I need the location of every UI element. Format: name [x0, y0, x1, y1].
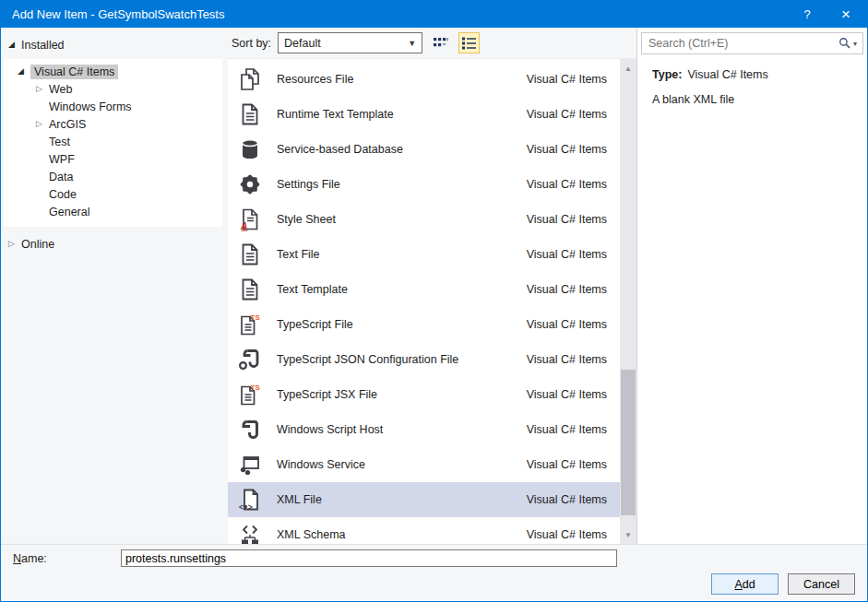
template-item-settings-file[interactable]: Settings FileVisual C# Items	[228, 167, 636, 202]
svg-text:<: <	[239, 502, 244, 512]
template-item-resources-file[interactable]: Resources FileVisual C# Items	[228, 62, 636, 97]
tree-item-windows-forms[interactable]: Windows Forms	[4, 98, 222, 115]
tree-item-code[interactable]: Code	[4, 185, 222, 203]
scroll-up-arrow-icon[interactable]: ▲	[620, 61, 636, 76]
template-item-typescript-jsx-file[interactable]: TSTypeScript JSX FileVisual C# Items	[228, 377, 636, 412]
expander-icon[interactable]: ▷	[36, 120, 49, 128]
tree-item-label: WPF	[49, 153, 75, 166]
search-box[interactable]: ▾	[641, 32, 863, 54]
tree-item-arcgis[interactable]: ▷ArcGIS	[4, 115, 222, 133]
list-view-icon	[461, 36, 478, 51]
list-view-button[interactable]	[458, 32, 480, 53]
style-sheet-icon: A	[238, 207, 262, 231]
tree-item-label: Web	[49, 83, 72, 96]
nav-section-label: Online	[21, 238, 54, 251]
nav-section-online[interactable]: ▷ Online	[1, 235, 222, 253]
tree-item-web[interactable]: ▷Web	[4, 80, 222, 98]
expander-icon[interactable]: ◢	[18, 67, 30, 76]
template-item-style-sheet[interactable]: AStyle SheetVisual C# Items	[228, 202, 636, 237]
type-label: Type:	[652, 68, 682, 81]
template-item-runtime-text-template[interactable]: Runtime Text TemplateVisual C# Items	[228, 97, 636, 132]
sort-by-dropdown[interactable]: Default ▼	[278, 32, 422, 53]
vertical-scrollbar[interactable]: ▲ ▼	[620, 59, 636, 544]
template-name: XML File	[277, 493, 322, 506]
tree-item-label: Windows Forms	[49, 100, 132, 113]
template-category: Visual C# Items	[527, 528, 607, 541]
close-button[interactable]: ×	[825, 1, 867, 28]
typescript-jsx-file-icon: TS	[238, 383, 262, 407]
sort-by-value: Default	[284, 37, 321, 50]
template-category: Visual C# Items	[527, 353, 607, 366]
tree-item-label: General	[49, 206, 89, 218]
template-list: Resources FileVisual C# ItemsRuntime Tex…	[228, 58, 636, 544]
template-name: XML Schema	[277, 528, 346, 541]
template-description: A blank XML file	[652, 92, 852, 108]
template-category: Visual C# Items	[527, 213, 607, 226]
expander-icon[interactable]: ▷	[8, 240, 21, 248]
template-item-service-based-database[interactable]: Service-based DatabaseVisual C# Items	[228, 132, 636, 167]
text-file-icon	[238, 242, 262, 266]
name-label: Name:	[13, 552, 47, 565]
template-category: Visual C# Items	[527, 108, 607, 121]
template-item-typescript-json-configuration-file[interactable]: TypeScript JSON Configuration FileVisual…	[228, 342, 636, 377]
category-nav-panel: ◢ Installed ◢Visual C# Items▷WebWindows …	[1, 28, 222, 544]
template-item-windows-script-host[interactable]: Windows Script HostVisual C# Items	[228, 412, 636, 447]
tree-item-label: Test	[49, 136, 70, 148]
svg-text:TS: TS	[251, 384, 261, 392]
category-tree: ◢Visual C# Items▷WebWindows Forms▷ArcGIS…	[4, 59, 222, 227]
type-value: Visual C# Items	[687, 68, 767, 81]
footer-bar: Name: Add Cancel	[1, 544, 867, 601]
search-icon[interactable]	[838, 37, 851, 50]
template-name: Windows Script Host	[277, 423, 383, 436]
template-item-windows-service[interactable]: Windows ServiceVisual C# Items	[228, 447, 636, 482]
tree-item-label: Code	[49, 188, 77, 201]
cancel-button[interactable]: Cancel	[788, 573, 855, 595]
template-category: Visual C# Items	[527, 458, 607, 471]
template-item-text-file[interactable]: Text FileVisual C# Items	[228, 237, 636, 272]
template-item-text-template[interactable]: Text TemplateVisual C# Items	[228, 272, 636, 307]
template-category: Visual C# Items	[527, 248, 607, 261]
svg-text:A: A	[240, 221, 247, 231]
service-based-database-icon	[238, 137, 262, 161]
expander-icon[interactable]: ▷	[36, 85, 49, 93]
search-input[interactable]	[644, 37, 838, 50]
template-item-xml-schema[interactable]: XML SchemaVisual C# Items	[228, 517, 636, 544]
nav-section-installed[interactable]: ◢ Installed	[1, 36, 222, 53]
typescript-json-config-icon	[238, 348, 262, 372]
template-name: TypeScript JSX File	[277, 388, 377, 401]
template-name: Runtime Text Template	[277, 108, 394, 121]
template-item-xml-file[interactable]: <>XML FileVisual C# Items	[228, 482, 636, 517]
template-details: Type:Visual C# Items A blank XML file	[637, 54, 867, 121]
svg-text:>: >	[248, 502, 253, 512]
tree-item-data[interactable]: Data	[4, 168, 222, 185]
template-category: Visual C# Items	[527, 143, 607, 156]
xml-file-icon: <>	[238, 488, 262, 512]
help-button[interactable]: ?	[790, 1, 825, 28]
template-category: Visual C# Items	[527, 283, 607, 296]
expander-icon[interactable]: ◢	[8, 41, 21, 49]
name-input[interactable]	[121, 549, 617, 567]
add-button[interactable]: Add	[711, 573, 779, 595]
scrollbar-thumb[interactable]	[621, 370, 636, 515]
small-icons-view-button[interactable]	[430, 32, 451, 53]
tree-item-label: Data	[49, 171, 73, 183]
scroll-down-arrow-icon[interactable]: ▼	[620, 527, 636, 542]
template-name: Text Template	[277, 283, 348, 296]
tree-item-general[interactable]: General	[4, 203, 222, 220]
template-item-typescript-file[interactable]: TSTypeScript FileVisual C# Items	[228, 307, 636, 342]
small-icons-view-icon	[433, 36, 449, 51]
title-bar[interactable]: Add New Item - GetSymbolSwatchTests ? ×	[1, 1, 867, 28]
nav-section-label: Installed	[21, 39, 65, 52]
tree-item-wpf[interactable]: WPF	[4, 150, 222, 168]
template-name: Service-based Database	[277, 143, 403, 156]
text-template-icon	[238, 277, 262, 301]
template-name: Style Sheet	[277, 213, 336, 226]
template-category: Visual C# Items	[527, 388, 607, 401]
search-options-arrow-icon[interactable]: ▾	[853, 40, 857, 48]
windows-service-icon	[238, 453, 262, 477]
tree-item-label: Visual C# Items	[30, 65, 118, 79]
template-category: Visual C# Items	[527, 423, 607, 436]
tree-item-visual-c-items[interactable]: ◢Visual C# Items	[4, 63, 222, 80]
type-line: Type:Visual C# Items	[652, 67, 852, 83]
tree-item-test[interactable]: Test	[4, 133, 222, 150]
